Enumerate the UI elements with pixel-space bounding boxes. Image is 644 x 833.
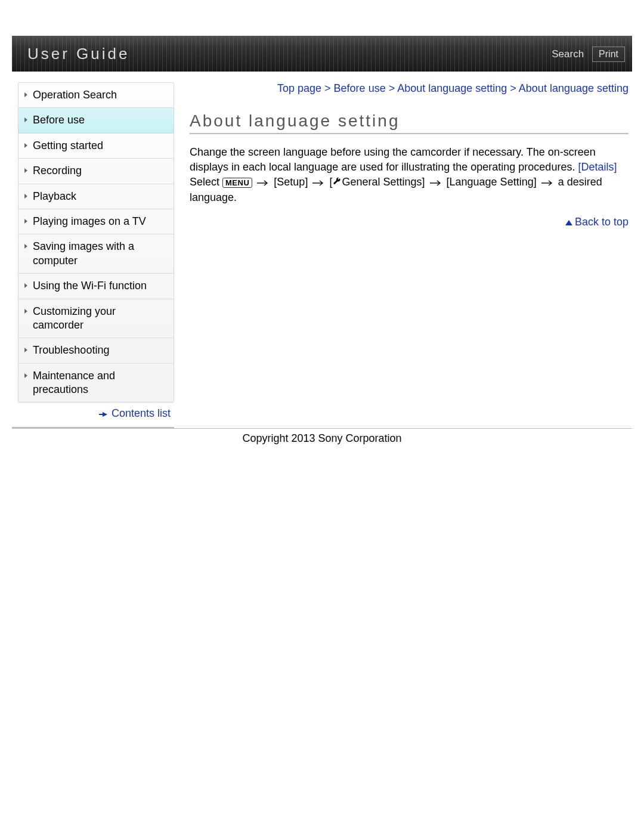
details-link[interactable]: [Details] [578,161,617,173]
sidebar-item[interactable]: Saving images with a computer [18,234,174,274]
triangle-up-icon [565,220,572,225]
sidebar-item[interactable]: Maintenance and precautions [18,364,174,402]
select-word: Select [190,176,222,188]
sidebar-item[interactable]: Recording [18,159,174,184]
main-content: Top page > Before use > About language s… [174,82,632,228]
body-text-1: Change the screen language before using … [190,146,596,173]
app-title: User Guide [27,45,130,63]
sidebar-item[interactable]: Customizing your camcorder [18,299,174,339]
contents-list-row: Contents list [12,402,174,428]
copyright-text: Copyright 2013 Sony Corporation [12,429,632,445]
menu-icon: MENU [222,178,252,188]
back-to-top-link[interactable]: Back to top [575,216,628,228]
sidebar-item[interactable]: Playback [18,184,174,209]
sidebar-item[interactable]: Using the Wi-Fi function [18,274,174,299]
sidebar-item[interactable]: Getting started [18,134,174,159]
arrow-right-icon [103,412,107,417]
sidebar-item[interactable]: Operation Search [18,83,174,108]
arrow-right-icon [429,179,442,187]
arrow-right-icon [256,179,270,187]
sidebar-item[interactable]: Before use [18,108,174,133]
sidebar-nav: Operation SearchBefore useGetting starte… [18,82,174,402]
body-paragraph: Change the screen language before using … [190,145,628,205]
step-setup: [Setup] [274,176,311,188]
print-button[interactable]: Print [592,47,625,62]
sidebar-item[interactable]: Playing images on a TV [18,209,174,234]
contents-list-link[interactable]: Contents list [112,407,171,419]
step-general: General Settings] [342,176,428,188]
wrench-icon [332,175,342,190]
sidebar-item[interactable]: Troubleshooting [18,338,174,363]
search-link[interactable]: Search [552,48,584,60]
arrow-right-icon [312,179,325,187]
step-language: [Language Setting] [447,176,540,188]
breadcrumb[interactable]: Top page > Before use > About language s… [190,82,628,95]
arrow-right-icon [541,179,554,187]
page-header: User Guide Search Print [12,36,632,72]
page-title: About language setting [190,112,628,134]
